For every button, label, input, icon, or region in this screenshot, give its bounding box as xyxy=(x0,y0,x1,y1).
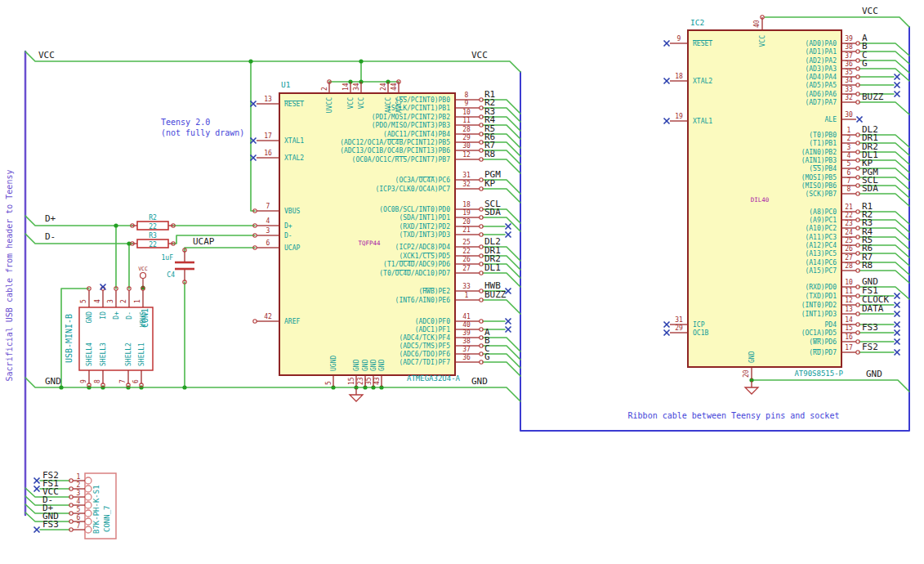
net-label[interactable]: VCC xyxy=(862,6,878,16)
conn7-ref[interactable]: CONN_7 xyxy=(103,505,111,532)
ic2-component[interactable]: IC2AT90S8515-PDIL4039(AD0)PA0A38(AD1)PA1… xyxy=(664,16,900,379)
pin-name: AREF xyxy=(284,318,300,325)
pin-name: (T1)PB1 xyxy=(809,140,837,147)
no-connect-icon xyxy=(664,78,670,84)
net-label[interactable]: DL1 xyxy=(484,262,501,273)
pin-name-segment: GND xyxy=(353,359,360,371)
net-label[interactable]: SDA xyxy=(862,183,878,194)
ic2-footprint[interactable]: DIL40 xyxy=(751,196,770,204)
pin-name-segment: ID xyxy=(100,311,107,320)
note-sacrificial-cable[interactable]: Sacrificial USB cable from header to Tee… xyxy=(5,170,14,382)
pin-number: 39 xyxy=(845,35,853,43)
note-teensy-line1[interactable]: Teensy 2.0 xyxy=(161,118,210,127)
pin-number: 1 xyxy=(134,299,141,303)
pin-name-segment: OC1B xyxy=(693,329,708,337)
pin-name: (T0)PB0 xyxy=(809,132,837,139)
net-label[interactable]: VCC xyxy=(471,50,488,60)
net-label[interactable]: DATA xyxy=(862,303,884,314)
ic2-value[interactable]: AT90S8515-P xyxy=(794,369,843,378)
u1-ref[interactable]: U1 xyxy=(281,80,291,89)
c4-value[interactable]: 1uF xyxy=(162,254,174,262)
note-teensy-line2[interactable]: (not fully drawn) xyxy=(161,128,244,137)
pin-number: 26 xyxy=(845,245,853,253)
u1-value[interactable]: ATMEGA32U4-A xyxy=(407,374,461,383)
conn7-value[interactable]: B7K-PH-K-S1 xyxy=(92,485,100,534)
c4-component[interactable]: 1uFC4 xyxy=(162,248,194,284)
c4-ref[interactable]: C4 xyxy=(167,271,175,279)
pin-name: VCC xyxy=(759,35,766,47)
pin-name: OC1B xyxy=(693,329,708,337)
pin-number: 8 xyxy=(465,92,469,99)
net-label[interactable]: GND xyxy=(866,369,882,379)
pin-name-segment: (INT1)PD3 xyxy=(801,311,837,318)
pin-name: (OC0A/OC1C/RTS/PCINT7)PB7 xyxy=(352,156,451,163)
pin-name: (AD4)PA4 xyxy=(805,74,837,81)
pin-number: 3 xyxy=(77,490,81,497)
pin-name: (AD2)PA2 xyxy=(805,57,837,65)
net-label[interactable]: D+ xyxy=(45,213,56,224)
pin-number: 20 xyxy=(462,218,471,226)
pin-number: 32 xyxy=(845,94,853,101)
net-label[interactable]: BUZZ xyxy=(484,289,507,300)
pin-name: UGND xyxy=(330,356,337,371)
pin-number: 22 xyxy=(462,248,471,255)
pin-name: (ADC6/TDO)PF6 xyxy=(399,351,450,358)
net-label[interactable]: GND xyxy=(45,376,61,387)
u1-footprint[interactable]: TQFP44 xyxy=(358,239,381,247)
pin-name: (TXD/INT3)PD3 xyxy=(399,231,450,239)
no-connect-icon xyxy=(34,527,40,533)
usb-connector-component[interactable]: USB-MINI-BCON15GND4ID3D+2D-1VBUS9SHELL48… xyxy=(65,266,153,387)
no-connect-icon xyxy=(895,330,900,336)
conn7-pad xyxy=(85,502,92,508)
net-label[interactable]: FS3 xyxy=(42,519,59,530)
pin-name-segment: RESET xyxy=(693,40,712,47)
r2-component[interactable]: R222 xyxy=(131,214,175,231)
net-label[interactable]: KP xyxy=(484,178,496,189)
pin-name-segment: (ADC0)PF0 xyxy=(415,318,451,325)
net-label[interactable]: FS3 xyxy=(862,322,878,333)
no-connect-icon xyxy=(664,322,670,328)
net-label[interactable]: UCAP xyxy=(193,236,215,247)
vcc-symbol-icon xyxy=(141,273,146,279)
wire xyxy=(25,51,520,72)
junction-dot xyxy=(248,59,252,63)
pin-name-segment: (AIN0)PB2 xyxy=(801,149,837,156)
r2-ref[interactable]: R2 xyxy=(149,214,157,222)
no-connect-icon xyxy=(895,339,900,345)
r3-value[interactable]: 22 xyxy=(149,241,157,248)
pin-name-segment: VBUS xyxy=(284,208,300,215)
pin-name: (AD3)PA3 xyxy=(805,65,837,73)
net-label[interactable]: D- xyxy=(45,231,56,242)
net-label[interactable]: SDA xyxy=(484,207,501,217)
u1-component[interactable]: U1ATMEGA32U4-ATQFP448(SS/PCINT0)PB0R19(S… xyxy=(251,80,511,387)
schematic-canvas[interactable]: Sacrificial USB cable from header to Tee… xyxy=(0,0,924,564)
r3-ref[interactable]: R3 xyxy=(149,232,157,239)
pin-number: 10 xyxy=(845,279,853,286)
pin-name-segment: VBUS xyxy=(140,311,147,327)
note-ribbon-cable[interactable]: Ribbon cable between Teensy pins and soc… xyxy=(628,411,840,420)
net-label[interactable]: BUZZ xyxy=(862,92,884,102)
usb-value[interactable]: USB-MINI-B xyxy=(65,314,74,363)
pin-name-segment: )PD5 xyxy=(435,253,450,260)
pin-name-segment: /PCINT0)PB0 xyxy=(407,96,450,104)
net-label[interactable]: GND xyxy=(471,376,488,387)
pin-name-segment: (ADC13/OC1B/OC4B/PCINT13)PB6 xyxy=(340,147,450,154)
r3-component[interactable]: R322 xyxy=(131,232,175,248)
pin-name-segment: (T1)PB1 xyxy=(809,140,837,147)
conn7-component[interactable]: B7K-PH-K-S1CONN_71FS22FS13VCC4D-5D+6GND7… xyxy=(34,470,117,539)
pin-name: SHELL3 xyxy=(100,342,107,366)
pin-number: 2 xyxy=(120,299,127,303)
ic2-ref[interactable]: IC2 xyxy=(690,18,704,27)
net-label[interactable]: FS2 xyxy=(862,342,878,352)
pin-name: (RD)PD7 xyxy=(809,349,837,356)
net-label[interactable]: R8 xyxy=(862,260,873,271)
net-label[interactable]: R8 xyxy=(484,149,495,159)
pin-name-segment: D- xyxy=(284,232,292,239)
pin-number: 42 xyxy=(264,313,272,320)
no-connect-icon xyxy=(895,302,900,308)
net-label[interactable]: G xyxy=(862,58,868,69)
r2-value[interactable]: 22 xyxy=(149,223,157,231)
net-label[interactable]: VCC xyxy=(38,50,55,60)
net-label[interactable]: G xyxy=(484,351,490,362)
pin-name: (A12)PC4 xyxy=(805,242,837,249)
